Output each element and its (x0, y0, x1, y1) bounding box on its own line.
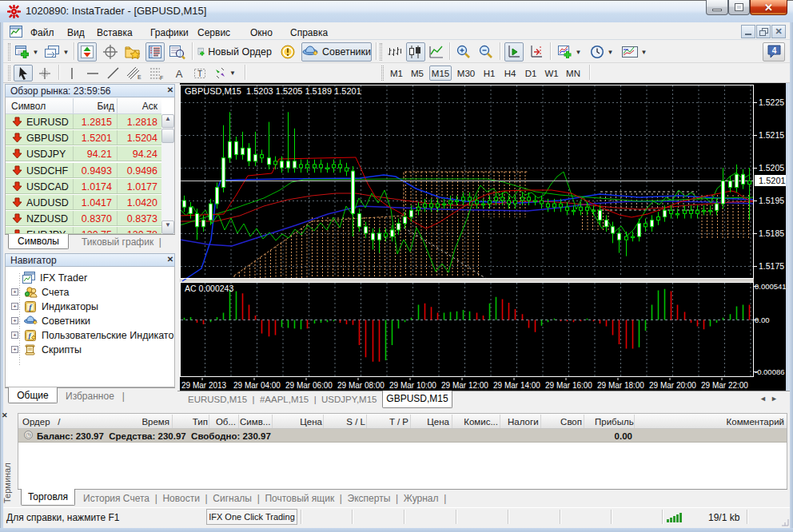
svg-text:29 Mar 14:00: 29 Mar 14:00 (493, 381, 540, 390)
svg-text:29 Mar 08:00: 29 Mar 08:00 (337, 381, 385, 390)
svg-text:1.5175: 1.5175 (759, 261, 784, 271)
svg-text:29 Mar 16:00: 29 Mar 16:00 (545, 381, 592, 390)
svg-text:29 Mar 10:00: 29 Mar 10:00 (389, 381, 436, 390)
svg-text:0.00: 0.00 (755, 316, 770, 324)
svg-text:1.5205: 1.5205 (759, 163, 784, 173)
svg-text:29 Mar 12:00: 29 Mar 12:00 (441, 381, 488, 390)
svg-text:1.5215: 1.5215 (759, 130, 784, 140)
svg-text:A: A (176, 68, 183, 80)
svg-text:29 Mar 18:00: 29 Mar 18:00 (597, 381, 644, 390)
svg-text:F: F (160, 75, 163, 81)
svg-text:GBPUSD,M15 1.5203 1.5205 1.51: GBPUSD,M15 1.5203 1.5205 1.5189 1.5201 (185, 86, 361, 96)
svg-text:29 Mar 22:00: 29 Mar 22:00 (701, 381, 748, 390)
svg-text:T: T (197, 69, 202, 78)
svg-text:1.5225: 1.5225 (759, 97, 784, 107)
svg-text:1.5201: 1.5201 (759, 176, 786, 185)
svg-text:29 Mar 2013: 29 Mar 2013 (181, 381, 227, 390)
svg-text:-0.00086: -0.00086 (755, 367, 785, 376)
svg-text:0.000541: 0.000541 (755, 282, 786, 291)
svg-text:4: 4 (772, 46, 777, 55)
svg-text:1.5195: 1.5195 (759, 196, 784, 205)
svg-text:29 Mar 06:00: 29 Mar 06:00 (285, 381, 333, 390)
svg-text:AC 0.000243: AC 0.000243 (185, 284, 233, 293)
svg-text:1.5185: 1.5185 (759, 228, 784, 238)
svg-text:E: E (137, 74, 141, 80)
svg-text:29 Mar 04:00: 29 Mar 04:00 (233, 381, 281, 390)
svg-text:29 Mar 20:00: 29 Mar 20:00 (649, 381, 696, 390)
